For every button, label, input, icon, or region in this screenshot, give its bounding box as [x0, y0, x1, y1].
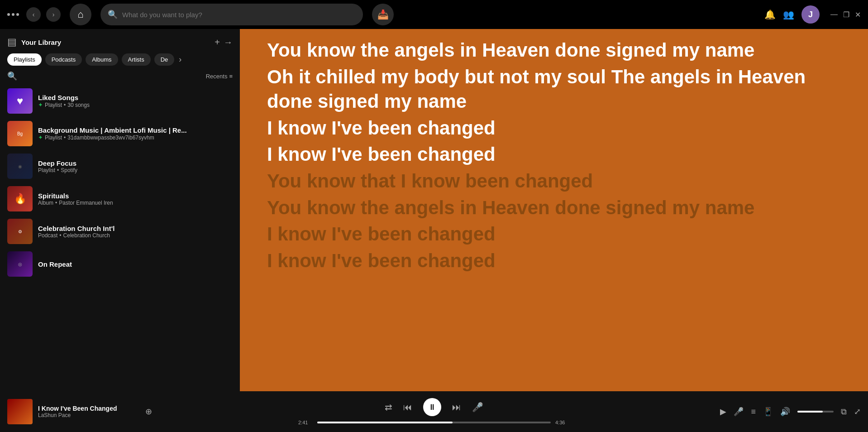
background-music-meta: ✦ Playlist • 31dambbwwpassbe3wv7ib67syvh… — [38, 134, 233, 141]
lyric-line-2[interactable]: I know I've been changed — [267, 116, 841, 141]
fullscreen-button[interactable]: ⤢ — [854, 407, 861, 417]
connect-devices-button[interactable]: 📱 — [763, 407, 773, 417]
filter-more-chip[interactable]: De — [154, 53, 175, 66]
queue-button[interactable]: ≡ — [751, 407, 756, 417]
main-area: ▤ Your Library + → Playlists Podcasts Al… — [0, 29, 868, 391]
shuffle-button[interactable]: ⇄ — [385, 402, 392, 413]
deep-focus-thumbnail: ◉ — [7, 154, 33, 179]
avatar[interactable]: J — [801, 5, 820, 24]
spirituals-meta: Album • Pastor Emmanuel Iren — [38, 200, 233, 206]
recents-sort-button[interactable]: Recents ≡ — [206, 73, 233, 80]
lyric-line-3[interactable]: I know I've been changed — [267, 142, 841, 167]
recents-label: Recents — [206, 73, 228, 80]
pause-button[interactable]: ⏸ — [423, 398, 441, 416]
player-controls: ⇄ ⏮ ⏸ ⏭ 🎤 2:41 4:36 — [152, 398, 716, 425]
lyrics-button[interactable]: 🎤 — [734, 407, 744, 417]
recents-list-icon: ≡ — [229, 73, 233, 80]
previous-button[interactable]: ⏮ — [403, 402, 412, 413]
library-item-background-music[interactable]: Bg Background Music | Ambient Lofi Music… — [4, 117, 236, 150]
library-item-liked-songs[interactable]: ♥ Liked Songs ✦ Playlist • 30 songs — [4, 85, 236, 117]
search-sort-row: 🔍 Recents ≡ — [0, 71, 240, 85]
celebration-sub: Celebration Church — [63, 232, 110, 239]
filter-row: Playlists Podcasts Albums Artists De › — [0, 53, 240, 71]
on-repeat-thumbnail: ◎ — [7, 251, 33, 277]
lyric-line-7[interactable]: I know I've been changed — [267, 249, 841, 274]
filter-playlists[interactable]: Playlists — [7, 53, 42, 66]
now-playing-info: I Know I've Been Changed LaShun Pace — [38, 405, 140, 418]
search-icon: 🔍 — [108, 10, 118, 19]
nav-forward-button[interactable]: › — [46, 7, 61, 22]
close-button[interactable]: ✕ — [855, 10, 861, 19]
content-area: You know the angels in Heaven done signe… — [240, 29, 868, 391]
player-bar: I Know I've Been Changed LaShun Pace ⊕ ⇄… — [0, 391, 868, 432]
spirituals-info: Spirituals Album • Pastor Emmanuel Iren — [38, 192, 233, 206]
pip-button[interactable]: ⧉ — [841, 407, 847, 417]
search-input[interactable] — [122, 11, 356, 19]
background-music-name: Background Music | Ambient Lofi Music | … — [38, 126, 233, 134]
volume-fill — [797, 411, 823, 413]
lyric-line-5[interactable]: You know the angels in Heaven done signe… — [267, 196, 841, 221]
friends-icon[interactable]: 👥 — [783, 9, 794, 20]
next-button[interactable]: ⏭ — [452, 402, 461, 413]
spotify-badge-icon: ✦ — [38, 101, 43, 108]
maximize-button[interactable]: ❐ — [843, 10, 849, 19]
lyric-line-0[interactable]: You know the angels in Heaven done signe… — [267, 38, 841, 63]
library-item-spirituals[interactable]: 🔥 Spirituals Album • Pastor Emmanuel Ire… — [4, 182, 236, 215]
sidebar: ▤ Your Library + → Playlists Podcasts Al… — [0, 29, 240, 391]
deep-focus-meta: Playlist • Spotify — [38, 167, 233, 173]
now-playing-thumbnail — [7, 399, 33, 424]
celebration-type: Podcast — [38, 232, 57, 239]
progress-fill — [317, 422, 453, 423]
bg-music-type: Playlist — [45, 134, 62, 141]
minimize-button[interactable]: — — [830, 10, 838, 19]
lyric-line-6[interactable]: I know I've been changed — [267, 222, 841, 247]
spirituals-thumbnail: 🔥 — [7, 186, 33, 211]
filter-more-icon[interactable]: › — [179, 55, 181, 64]
home-button[interactable]: ⌂ — [70, 4, 91, 25]
volume-button[interactable]: 🔊 — [780, 407, 790, 417]
library-item-on-repeat[interactable]: ◎ On Repeat — [4, 248, 236, 280]
library-icon: ▤ — [7, 36, 17, 48]
install-button[interactable]: 📥 — [372, 4, 394, 25]
heart-icon: ♥ — [17, 95, 23, 107]
liked-songs-thumbnail: ♥ — [7, 88, 33, 114]
window-controls: — ❐ ✕ — [830, 10, 861, 19]
deep-focus-name: Deep Focus — [38, 159, 233, 167]
library-title: Your Library — [21, 38, 215, 46]
notifications-icon[interactable]: 🔔 — [764, 9, 776, 20]
library-item-deep-focus[interactable]: ◉ Deep Focus Playlist • Spotify — [4, 150, 236, 182]
add-library-button[interactable]: + — [215, 37, 220, 48]
lyric-line-4[interactable]: You know that I know been changed — [267, 169, 841, 194]
lyrics-area: You know the angels in Heaven done signe… — [240, 29, 868, 391]
volume-bar[interactable] — [797, 411, 834, 413]
total-time: 4:36 — [555, 420, 570, 425]
sidebar-header: ▤ Your Library + → — [0, 29, 240, 53]
add-to-library-button[interactable]: ⊕ — [145, 407, 152, 417]
expand-library-button[interactable]: → — [224, 37, 233, 48]
filter-podcasts[interactable]: Podcasts — [45, 53, 82, 66]
liked-songs-count: 30 songs — [67, 102, 90, 108]
now-playing-view-button[interactable]: ▶ — [720, 407, 726, 417]
filter-artists[interactable]: Artists — [122, 53, 151, 66]
deep-focus-info: Deep Focus Playlist • Spotify — [38, 159, 233, 173]
liked-songs-type: Playlist — [45, 102, 62, 108]
menu-dots[interactable] — [7, 13, 19, 16]
sidebar-header-actions: + → — [215, 37, 233, 48]
celebration-thumbnail: ⚙ — [7, 219, 33, 244]
now-playing-title: I Know I've Been Changed — [38, 405, 140, 412]
current-time: 2:41 — [298, 420, 313, 425]
background-music-info: Background Music | Ambient Lofi Music | … — [38, 126, 233, 141]
on-repeat-name: On Repeat — [38, 260, 233, 268]
lyric-line-1[interactable]: Oh it chilled my body but not my soul Th… — [267, 65, 841, 114]
library-item-celebration-church[interactable]: ⚙ Celebration Church Int'l Podcast • Cel… — [4, 215, 236, 248]
now-playing-thumb-image — [7, 399, 33, 424]
deep-focus-type: Playlist — [38, 167, 55, 173]
spotify-badge-icon-2: ✦ — [38, 134, 43, 141]
library-search-icon[interactable]: 🔍 — [7, 71, 17, 81]
progress-bar[interactable] — [317, 422, 551, 423]
lyrics-toggle-button[interactable]: 🎤 — [472, 402, 483, 413]
library-list: ♥ Liked Songs ✦ Playlist • 30 songs Bg — [0, 85, 240, 391]
background-music-thumbnail: Bg — [7, 121, 33, 146]
nav-back-button[interactable]: ‹ — [26, 7, 41, 22]
filter-albums[interactable]: Albums — [86, 53, 118, 66]
